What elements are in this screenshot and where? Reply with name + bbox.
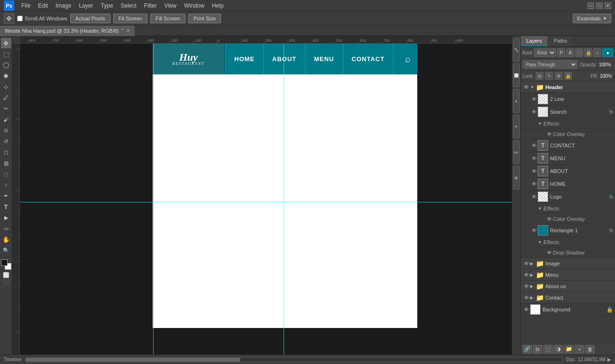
- eye-icon[interactable]: 👁: [523, 294, 530, 301]
- move-tool[interactable]: ✥: [1, 38, 11, 48]
- tab-close-icon[interactable]: ✕: [126, 28, 130, 33]
- layer-item-background[interactable]: 👁 Background 🔒: [521, 303, 615, 316]
- add-adjustment-btn[interactable]: ◑: [554, 345, 563, 354]
- eye-icon[interactable]: 👁: [530, 227, 538, 234]
- menu-filter[interactable]: Filter: [141, 1, 160, 10]
- scroll-right[interactable]: ▶: [607, 357, 611, 362]
- delete-layer-btn[interactable]: 🗑: [585, 345, 595, 354]
- toggle-btn-5[interactable]: ku: [513, 140, 520, 164]
- add-group-btn[interactable]: 📁: [564, 345, 574, 354]
- kind-filter-select[interactable]: Kind: [534, 48, 556, 57]
- expand-icon[interactable]: ▶: [530, 284, 536, 289]
- text-tool[interactable]: T: [1, 201, 11, 212]
- expand-icon[interactable]: ▶: [530, 261, 536, 266]
- layer-item-image-group[interactable]: 👁 ▶ 📁 Image: [521, 258, 615, 269]
- healing-brush-tool[interactable]: ✂: [1, 103, 11, 114]
- layer-item-search[interactable]: 👁 Search fx: [521, 106, 615, 118]
- timeline-toggle[interactable]: Timeline: [4, 357, 21, 362]
- quick-select-tool[interactable]: ✱: [1, 71, 11, 81]
- filter-icon-2[interactable]: A: [566, 48, 574, 57]
- expand-icon[interactable]: ▼: [530, 85, 536, 90]
- blend-mode-select[interactable]: Pass Through: [523, 60, 578, 69]
- toggle-btn-4[interactable]: ¶: [513, 115, 520, 138]
- menu-edit[interactable]: Edit: [35, 1, 51, 10]
- lock-icon-all[interactable]: 🔒: [564, 72, 572, 80]
- eye-icon[interactable]: 👁: [523, 282, 530, 290]
- lock-icon-position[interactable]: ✥: [555, 72, 562, 80]
- eye-icon[interactable]: 👁: [523, 306, 530, 313]
- eye-icon[interactable]: 👁: [530, 95, 538, 103]
- eye-icon[interactable]: 👁: [530, 155, 538, 162]
- history-brush-tool[interactable]: ↺: [1, 136, 11, 146]
- add-link-btn[interactable]: 🔗: [523, 345, 532, 354]
- expand-icon[interactable]: ▶: [530, 295, 536, 300]
- layer-item-color-overlay[interactable]: 👁 Color Overlay: [521, 129, 615, 139]
- layer-item-menu-group[interactable]: 👁 ▶ 📁 Menu: [521, 269, 615, 281]
- layer-item-logo[interactable]: 👁 Logo fx: [521, 191, 615, 203]
- add-style-btn[interactable]: fx: [533, 345, 542, 354]
- eye-icon[interactable]: 👁: [530, 193, 538, 200]
- rectangular-marquee-tool[interactable]: ⬚: [1, 49, 11, 59]
- filter-toggle[interactable]: ●: [602, 48, 613, 57]
- lock-icon-transparent[interactable]: ⊞: [536, 72, 543, 80]
- eye-icon[interactable]: 👁: [545, 130, 553, 138]
- layer-item-about[interactable]: 👁 T ABOUT: [521, 165, 615, 178]
- lasso-tool[interactable]: ◯: [1, 60, 11, 70]
- layers-tab[interactable]: Layers: [521, 36, 548, 46]
- layer-item-contact[interactable]: 👁 T CONTACT: [521, 139, 615, 152]
- toggle-btn-6[interactable]: ⊞: [513, 166, 520, 190]
- menu-window[interactable]: Window: [181, 1, 208, 10]
- restore-btn[interactable]: □: [596, 2, 603, 9]
- fit-screen-btn[interactable]: Fit Screen: [113, 14, 147, 23]
- layer-item-contact-group[interactable]: 👁 ▶ 📁 Contact: [521, 292, 615, 303]
- eye-icon[interactable]: 👁: [523, 271, 530, 279]
- scroll-all-checkbox[interactable]: [17, 16, 23, 21]
- paths-tab[interactable]: Paths: [548, 36, 573, 46]
- eyedropper-tool[interactable]: 🖊: [1, 92, 11, 103]
- scroll-area[interactable]: [25, 357, 562, 362]
- expand-icon[interactable]: ▼: [538, 121, 543, 126]
- toggle-btn-1[interactable]: 🔧: [513, 38, 520, 62]
- add-layer-btn[interactable]: +: [575, 345, 584, 354]
- menu-image[interactable]: Image: [52, 1, 74, 10]
- document-tab[interactable]: Wesite Nha Hang.psd @ 33.3% (Header, RGB…: [0, 26, 135, 36]
- layer-item-search-effects[interactable]: ▼ Effects: [521, 118, 615, 129]
- path-selection-tool[interactable]: ▶: [1, 212, 11, 223]
- minimize-btn[interactable]: ─: [587, 2, 594, 9]
- eye-icon[interactable]: 👁: [523, 260, 530, 267]
- nav-home[interactable]: HOME: [225, 44, 264, 74]
- lock-icon-image[interactable]: ✎: [545, 72, 553, 80]
- menu-type[interactable]: Type: [97, 1, 116, 10]
- layer-item-rect1[interactable]: 👁 Rectangle 1 fx: [521, 224, 615, 237]
- nav-about[interactable]: ABOUT: [264, 44, 305, 74]
- expand-icon[interactable]: ▼: [538, 240, 543, 245]
- nav-contact[interactable]: CONTACT: [343, 44, 394, 74]
- eye-icon[interactable]: 👁: [545, 215, 553, 223]
- menu-view[interactable]: View: [161, 1, 180, 10]
- menu-select[interactable]: Select: [117, 1, 139, 10]
- layer-item-home[interactable]: 👁 T HOME: [521, 178, 615, 191]
- hand-tool[interactable]: ✋: [1, 234, 11, 245]
- filter-icon-5[interactable]: ☆: [593, 48, 601, 57]
- quick-mask-mode[interactable]: ⬜: [1, 272, 11, 278]
- shapes-tool[interactable]: ▭: [1, 223, 11, 234]
- layer-item-logo-color-overlay[interactable]: 👁 Color Overlay: [521, 214, 615, 224]
- dodge-tool[interactable]: ○: [1, 180, 11, 190]
- eye-icon[interactable]: 👁: [530, 142, 538, 149]
- filter-icon-1[interactable]: P: [557, 48, 565, 57]
- layer-item-menu[interactable]: 👁 T MENU: [521, 152, 615, 165]
- add-mask-btn[interactable]: ⬚: [543, 345, 553, 354]
- eye-icon[interactable]: 👁: [530, 108, 538, 116]
- nav-menu[interactable]: MENU: [305, 44, 343, 74]
- layer-item-header[interactable]: 👁 ▼ 📁 Header: [521, 82, 615, 93]
- zoom-tool[interactable]: 🔍: [1, 245, 11, 255]
- clone-stamp-tool[interactable]: ⊙: [1, 125, 11, 136]
- brush-tool[interactable]: 🖌: [1, 114, 11, 125]
- layer-item-2line[interactable]: 👁 2 Line: [521, 93, 615, 106]
- expand-icon[interactable]: ▼: [538, 206, 543, 211]
- expand-icon[interactable]: ▶: [530, 273, 536, 277]
- menu-file[interactable]: File: [18, 1, 34, 10]
- menu-help[interactable]: Help: [209, 1, 227, 10]
- foreground-color[interactable]: [1, 259, 8, 266]
- close-btn[interactable]: ✕: [605, 2, 611, 9]
